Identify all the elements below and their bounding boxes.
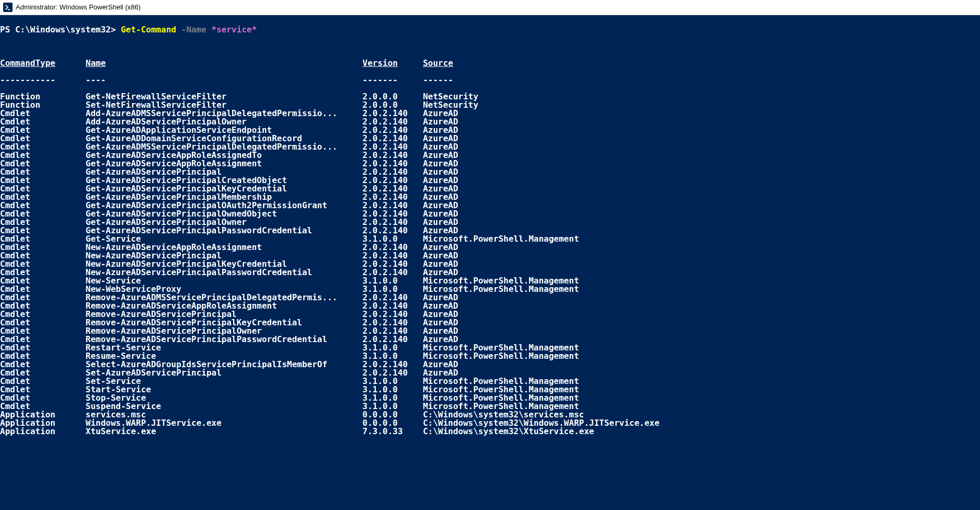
command-arg: *service* — [206, 25, 257, 35]
prompt-path: PS C:\Windows\system32> — [0, 25, 121, 35]
powershell-icon — [3, 3, 13, 12]
prompt-line: PS C:\Windows\system32> Get-Command -Nam… — [0, 26, 980, 34]
header-version: Version — [363, 59, 423, 67]
table-row: ApplicationXtuService.exe7.3.0.33C:\Wind… — [0, 427, 980, 436]
header-source: Source — [423, 59, 453, 67]
header-row: CommandTypeNameVersionSource — [0, 59, 980, 67]
window-titlebar[interactable]: Administrator: Windows PowerShell (x86) — [0, 0, 980, 15]
header-name: Name — [86, 59, 363, 67]
cell-commandtype: Application — [0, 427, 86, 436]
cell-version: 7.3.0.33 — [363, 427, 423, 436]
command-name: Get-Command — [121, 25, 176, 35]
divider-row: ---------------------------- — [0, 76, 980, 84]
terminal-output[interactable]: PS C:\Windows\system32> Get-Command -Nam… — [0, 15, 980, 444]
cell-name: XtuService.exe — [86, 427, 363, 436]
command-param: -Name — [176, 25, 206, 35]
header-commandtype: CommandType — [0, 59, 86, 67]
cell-source: C:\Windows\system32\XtuService.exe — [423, 427, 594, 436]
window-title: Administrator: Windows PowerShell (x86) — [16, 0, 141, 15]
